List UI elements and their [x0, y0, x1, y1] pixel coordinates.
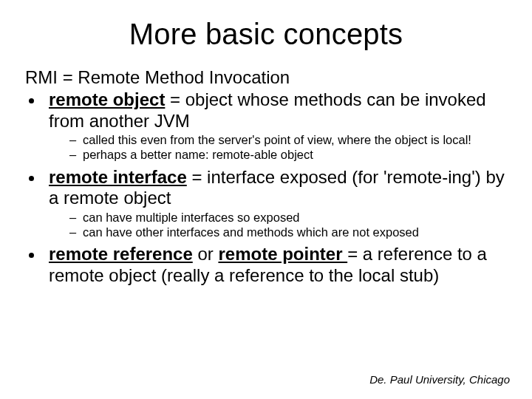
slide-title: More basic concepts — [25, 18, 507, 51]
slide: More basic concepts RMI = Remote Method … — [0, 0, 532, 399]
term-remote-reference: remote reference — [49, 244, 193, 264]
sublist-remote-interface: can have multiple interfaces so exposed … — [49, 211, 507, 240]
term-remote-pointer: remote pointer — [218, 244, 347, 264]
sub-item: can have other interfaces and methods wh… — [69, 225, 507, 239]
rmi-definition: RMI = Remote Method Invocation — [25, 67, 507, 88]
sublist-remote-object: called this even from the server's point… — [49, 133, 507, 163]
footer-attribution: De. Paul University, Chicago — [369, 373, 510, 386]
mid-or: or — [193, 244, 219, 264]
bullet-remote-interface: remote interface = interface exposed (fo… — [44, 167, 507, 240]
sub-item: called this even from the server's point… — [69, 133, 507, 147]
sub-item: can have multiple interfaces so exposed — [69, 211, 507, 225]
bullet-remote-object: remote object = object whose methods can… — [44, 89, 507, 163]
term-remote-object: remote object — [49, 89, 165, 109]
sub-item: perhaps a better name: remote-able objec… — [69, 148, 507, 162]
term-remote-interface: remote interface — [49, 167, 187, 187]
bullet-list: remote object = object whose methods can… — [25, 89, 507, 286]
bullet-remote-reference: remote reference or remote pointer = a r… — [44, 244, 507, 286]
slide-body: RMI = Remote Method Invocation remote ob… — [25, 67, 507, 286]
